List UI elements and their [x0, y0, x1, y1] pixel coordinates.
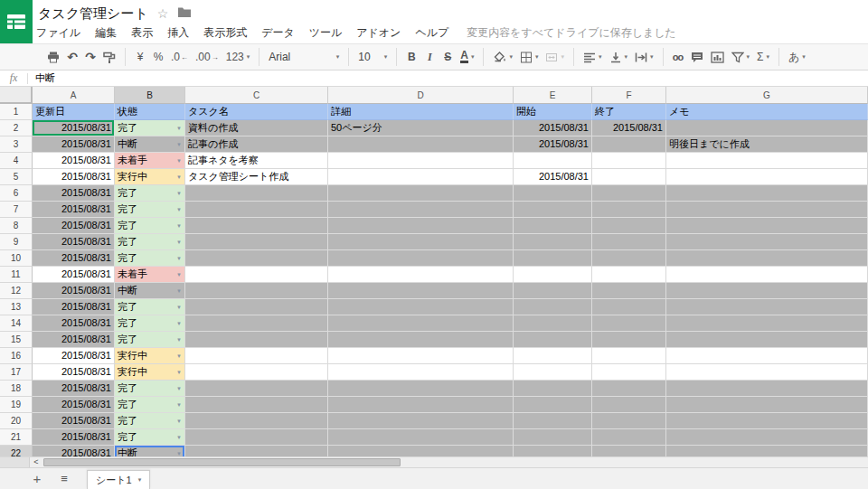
number-format-button[interactable]: 123▾ [222, 47, 254, 67]
cell-B5[interactable]: 実行中▼ [115, 169, 185, 185]
menu-tools[interactable]: ツール [309, 25, 343, 41]
status-dropdown-icon[interactable]: ▼ [176, 385, 182, 392]
cell-A5[interactable]: 2015/08/31 [33, 169, 115, 185]
cell-G10[interactable] [666, 250, 868, 267]
cell-E6[interactable] [514, 185, 592, 202]
cell-D13[interactable] [328, 299, 514, 315]
filter-button[interactable]: ▾ [728, 47, 754, 67]
row-header-17[interactable]: 17 [0, 364, 33, 381]
functions-button[interactable]: Σ▾ [753, 47, 773, 67]
cell-D1[interactable]: 詳細 [328, 104, 514, 120]
cell-G3[interactable]: 明後日までに作成 [666, 136, 868, 153]
insert-chart-button[interactable] [707, 47, 728, 67]
cell-D21[interactable] [328, 429, 514, 446]
cell-A2[interactable]: 2015/08/31 [33, 120, 115, 136]
cell-G2[interactable] [666, 120, 868, 136]
status-dropdown-icon[interactable]: ▼ [176, 125, 182, 132]
cell-A19[interactable]: 2015/08/31 [33, 397, 115, 413]
cell-C11[interactable] [185, 267, 328, 283]
cell-B8[interactable]: 完了▼ [115, 218, 185, 234]
cell-F7[interactable] [592, 202, 666, 218]
cell-G11[interactable] [666, 267, 868, 283]
all-sheets-icon[interactable]: ≡ [54, 472, 74, 485]
sheet-tab-active[interactable]: シート1 ▾ [87, 470, 150, 489]
cell-G5[interactable] [666, 169, 868, 185]
row-header-22[interactable]: 22 [0, 446, 33, 456]
cell-B17[interactable]: 実行中▼ [115, 364, 185, 381]
cell-F22[interactable] [592, 446, 666, 456]
cell-E8[interactable] [514, 218, 592, 234]
menu-insert[interactable]: 挿入 [167, 25, 189, 41]
cell-G22[interactable] [666, 446, 868, 456]
paint-format-button[interactable] [99, 47, 119, 67]
font-family-select[interactable]: Arial▾ [265, 47, 343, 67]
cell-C2[interactable]: 資料の作成 [185, 120, 328, 136]
folder-icon[interactable] [177, 5, 192, 22]
cell-C12[interactable] [185, 283, 328, 299]
cell-A12[interactable]: 2015/08/31 [33, 283, 115, 299]
cell-G17[interactable] [666, 364, 868, 381]
cell-E18[interactable] [514, 381, 592, 397]
cell-B15[interactable]: 完了▼ [115, 332, 185, 348]
cell-C21[interactable] [185, 429, 328, 446]
cell-F1[interactable]: 終了 [592, 104, 666, 120]
cell-D14[interactable] [328, 315, 514, 332]
row-header-16[interactable]: 16 [0, 348, 33, 364]
cell-C3[interactable]: 記事の作成 [185, 136, 328, 153]
cell-G16[interactable] [666, 348, 868, 364]
cell-G7[interactable] [666, 202, 868, 218]
cell-A16[interactable]: 2015/08/31 [33, 348, 115, 364]
cell-C15[interactable] [185, 332, 328, 348]
row-header-13[interactable]: 13 [0, 299, 33, 315]
cell-C18[interactable] [185, 381, 328, 397]
status-dropdown-icon[interactable]: ▼ [176, 141, 182, 148]
cell-D20[interactable] [328, 413, 514, 429]
row-header-1[interactable]: 1 [0, 104, 33, 120]
cell-F6[interactable] [592, 185, 666, 202]
row-header-21[interactable]: 21 [0, 429, 33, 446]
cell-A18[interactable]: 2015/08/31 [33, 381, 115, 397]
cell-E19[interactable] [514, 397, 592, 413]
status-dropdown-icon[interactable]: ▼ [176, 271, 182, 278]
horizontal-align-button[interactable]: ▾ [580, 47, 606, 67]
cell-F8[interactable] [592, 218, 666, 234]
cell-G20[interactable] [666, 413, 868, 429]
row-header-11[interactable]: 11 [0, 267, 33, 283]
cell-A1[interactable]: 更新日 [33, 104, 115, 120]
cell-B16[interactable]: 実行中▼ [115, 348, 185, 364]
undo-button[interactable]: ↶ [63, 47, 81, 67]
cell-F21[interactable] [592, 429, 666, 446]
cell-C4[interactable]: 記事ネタを考察 [185, 153, 328, 169]
status-dropdown-icon[interactable]: ▼ [176, 287, 182, 295]
status-dropdown-icon[interactable]: ▼ [176, 418, 182, 425]
row-header-20[interactable]: 20 [0, 413, 33, 429]
cell-E14[interactable] [514, 315, 592, 332]
cell-F15[interactable] [592, 332, 666, 348]
cell-A21[interactable]: 2015/08/31 [33, 429, 115, 446]
status-dropdown-icon[interactable]: ▼ [176, 434, 182, 441]
scroll-left-arrow[interactable]: < [30, 457, 42, 467]
cell-E11[interactable] [514, 267, 592, 283]
document-title[interactable]: タスク管理シート [38, 5, 148, 23]
row-header-12[interactable]: 12 [0, 283, 33, 299]
cell-E12[interactable] [514, 283, 592, 299]
cell-B7[interactable]: 完了▼ [115, 202, 185, 218]
cell-D6[interactable] [328, 185, 514, 202]
cell-C20[interactable] [185, 413, 328, 429]
cell-F10[interactable] [592, 250, 666, 267]
cell-G1[interactable]: メモ [666, 104, 868, 120]
fill-color-button[interactable]: ▾ [489, 47, 516, 67]
merge-cells-button[interactable]: ▾ [542, 47, 568, 67]
sheets-logo-icon[interactable] [0, 0, 33, 43]
cell-G21[interactable] [666, 429, 868, 446]
cell-C7[interactable] [185, 202, 328, 218]
status-dropdown-icon[interactable]: ▼ [176, 239, 182, 246]
status-dropdown-icon[interactable]: ▼ [176, 320, 182, 327]
cell-F9[interactable] [592, 234, 666, 250]
cell-F16[interactable] [592, 348, 666, 364]
cell-G9[interactable] [666, 234, 868, 250]
cell-D4[interactable] [328, 153, 514, 169]
cell-G19[interactable] [666, 397, 868, 413]
row-header-15[interactable]: 15 [0, 332, 33, 348]
cell-E3[interactable]: 2015/08/31 [514, 136, 592, 153]
